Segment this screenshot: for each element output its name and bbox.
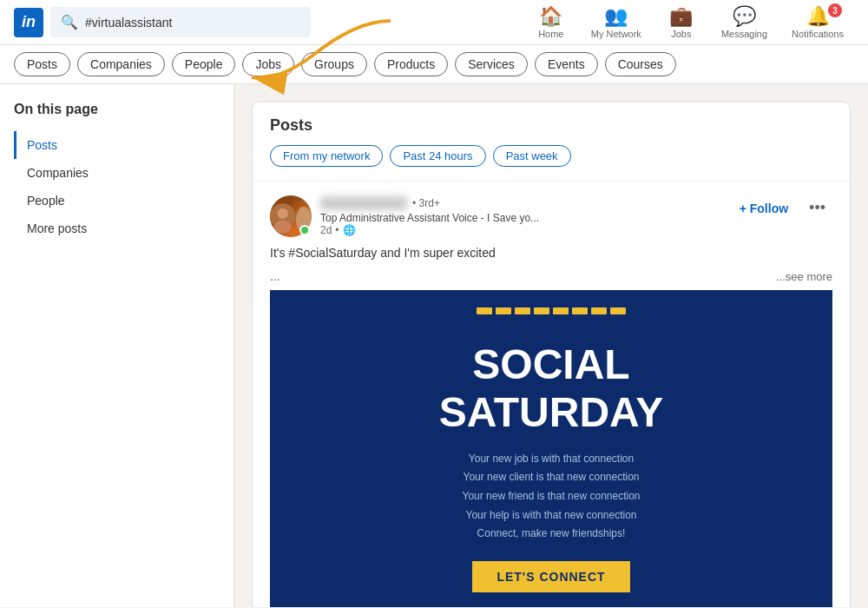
linkedin-logo-text: in — [22, 13, 36, 31]
linkedin-logo[interactable]: in — [14, 8, 43, 37]
nav-jobs[interactable]: 💼 Jobs — [655, 2, 707, 43]
subtext-line1: Your new job is with that connection — [469, 453, 634, 465]
tab-products[interactable]: Products — [374, 52, 448, 76]
social-title-line2: SATURDAY — [439, 388, 664, 436]
tab-services[interactable]: Services — [455, 52, 528, 76]
avatar-wrap — [270, 195, 312, 237]
sidebar-item-more-posts[interactable]: More posts — [14, 215, 220, 242]
svg-point-2 — [274, 221, 292, 234]
author-degree: • 3rd+ — [412, 197, 440, 209]
author-name-blurred — [320, 196, 407, 210]
lets-connect-button[interactable]: LET'S CONNECT — [472, 561, 629, 592]
online-indicator — [299, 225, 310, 235]
nav-home[interactable]: 🏠 Home — [525, 2, 577, 43]
separator-dot: • — [335, 224, 339, 236]
tab-jobs[interactable]: Jobs — [242, 52, 294, 76]
subtext-line2: Your new client is that new connection — [463, 471, 639, 483]
social-saturday-image: SOCIAL SATURDAY Your new job is with tha… — [270, 290, 832, 607]
nav-home-label: Home — [538, 29, 563, 39]
svg-point-1 — [278, 208, 288, 219]
see-more-link[interactable]: ...see more — [776, 270, 832, 283]
subtext-line3: Your new friend is that new connection — [462, 490, 640, 502]
nav-messaging[interactable]: 💬 Messaging — [711, 2, 778, 43]
post-content-text: It's #SocialSaturday and I'm super excit… — [270, 244, 832, 262]
network-icon: 👥 — [604, 5, 628, 28]
nav-network-label: My Network — [591, 29, 641, 39]
tab-courses[interactable]: Courses — [605, 52, 676, 76]
sidebar-item-companies[interactable]: Companies — [14, 159, 220, 187]
social-subtitle: Your new job is with that connection You… — [462, 450, 640, 544]
search-icon: 🔍 — [61, 14, 78, 30]
nav-notifications-label: Notifications — [792, 29, 844, 39]
header: in 🔍 🏠 Home 👥 My Network 💼 Jobs 💬 Messag… — [0, 0, 868, 45]
posts-section: Posts From my network Past 24 hours Past… — [252, 102, 851, 607]
author-title: Top Administrative Assistant Voice - I S… — [320, 212, 539, 224]
author-info: • 3rd+ Top Administrative Assistant Voic… — [320, 196, 539, 236]
filter-tabs-bar: Posts Companies People Jobs Groups Produ… — [0, 45, 868, 84]
notification-badge: 3 — [828, 3, 842, 17]
main-layout: On this page Posts Companies People More… — [0, 84, 868, 607]
posts-title: Posts — [270, 116, 832, 135]
posts-header: Posts From my network Past 24 hours Past… — [253, 102, 850, 182]
tab-companies[interactable]: Companies — [77, 52, 165, 76]
post-ellipsis: ... — [270, 269, 280, 283]
nav-jobs-label: Jobs — [671, 29, 691, 39]
social-title-line1: SOCIAL — [472, 342, 629, 388]
filter-chips: From my network Past 24 hours Past week — [270, 145, 832, 167]
more-options-button[interactable]: ••• — [802, 195, 832, 221]
stripe-decoration — [477, 307, 626, 314]
post-meta: 2d • 🌐 — [320, 224, 539, 236]
chip-from-network[interactable]: From my network — [270, 145, 383, 167]
chip-past-24h[interactable]: Past 24 hours — [390, 145, 485, 167]
avatar-svg — [270, 195, 296, 237]
sidebar-title: On this page — [14, 102, 220, 117]
post-item: • 3rd+ Top Administrative Assistant Voic… — [253, 182, 850, 607]
notifications-icon: 🔔 — [806, 5, 830, 28]
jobs-icon: 💼 — [669, 5, 693, 28]
follow-button[interactable]: + Follow — [733, 198, 795, 219]
tab-posts[interactable]: Posts — [14, 52, 70, 76]
content-area: Posts From my network Past 24 hours Past… — [234, 84, 868, 607]
chip-past-week[interactable]: Past week — [493, 145, 571, 167]
globe-icon: 🌐 — [343, 224, 356, 236]
nav-icons: 🏠 Home 👥 My Network 💼 Jobs 💬 Messaging 3… — [525, 2, 854, 43]
sidebar: On this page Posts Companies People More… — [0, 84, 234, 607]
home-icon: 🏠 — [539, 5, 562, 28]
sidebar-item-people[interactable]: People — [14, 187, 220, 215]
tab-events[interactable]: Events — [535, 52, 598, 76]
nav-network[interactable]: 👥 My Network — [581, 2, 652, 43]
search-input[interactable] — [85, 16, 300, 30]
post-time: 2d — [320, 224, 332, 236]
post-author: • 3rd+ Top Administrative Assistant Voic… — [270, 195, 539, 237]
search-bar-container: 🔍 — [50, 7, 311, 37]
subtext-line5: Connect, make new friendships! — [477, 527, 626, 539]
nav-notifications[interactable]: 3 🔔 Notifications — [781, 2, 854, 43]
post-top: • 3rd+ Top Administrative Assistant Voic… — [270, 195, 832, 237]
sidebar-item-posts[interactable]: Posts — [14, 131, 220, 159]
post-actions: + Follow ••• — [733, 195, 832, 221]
messaging-icon: 💬 — [733, 5, 756, 28]
tab-people[interactable]: People — [172, 52, 236, 76]
tab-groups[interactable]: Groups — [301, 52, 367, 76]
subtext-line4: Your help is with that new connection — [465, 509, 636, 521]
nav-messaging-label: Messaging — [721, 29, 767, 39]
